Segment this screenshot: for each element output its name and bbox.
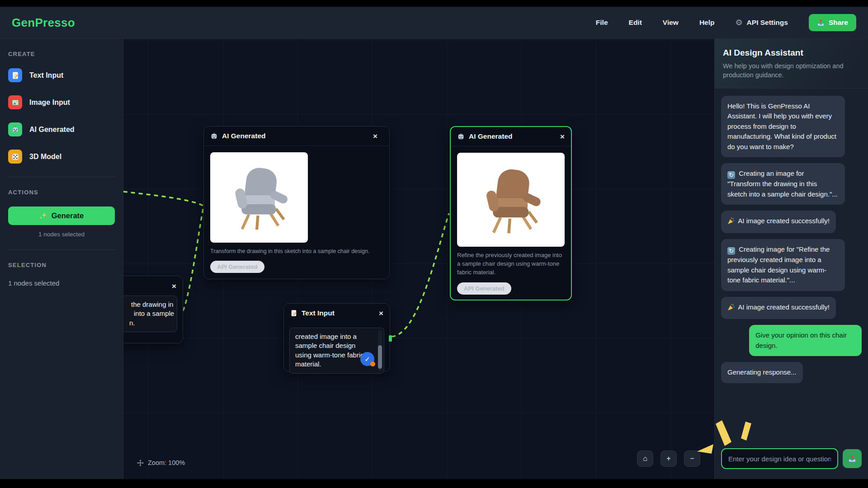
menu-view[interactable]: View [663,19,679,27]
assistant-title: AI Design Assistant [723,48,860,58]
api-generated-badge: API Generated [457,282,511,295]
move-icon [137,460,144,466]
node-ai-generated-2-selected[interactable]: AI Generated × [450,126,572,300]
scrollbar-thumb[interactable] [378,345,382,369]
assistant-subtitle: We help you with design optimization and… [723,61,860,80]
bot-message-generating: Generating response... [721,362,803,383]
close-icon[interactable]: × [379,310,383,317]
menu-help[interactable]: Help [699,19,715,27]
party-popper-icon [727,217,735,228]
framed-picture-icon [8,95,22,109]
api-settings-button[interactable]: ⚙ API Settings [735,19,788,27]
gear-icon: ⚙ [735,19,742,27]
text-input-area[interactable]: created image into a sample chair design… [289,328,384,374]
confirm-check-icon[interactable]: ✓ [360,352,374,366]
sidebar-divider [8,249,115,250]
output-handle[interactable] [389,335,392,342]
share-button[interactable]: Share [809,14,856,31]
dice-icon [8,150,22,164]
send-button[interactable] [843,449,862,468]
share-label: Share [829,19,848,27]
chat-input-row [715,444,868,479]
robot-icon [8,122,22,136]
bot-message: AI image created successfully! [721,297,836,319]
zoom-out-button[interactable]: − [684,450,700,467]
api-settings-label: API Settings [747,19,788,27]
check-icon: ✓ [364,355,370,363]
clipped-text-line: into a sample [123,309,171,318]
sidebar-item-text-input[interactable]: Text Input [8,68,115,82]
selection-section-title: SELECTION [8,262,115,268]
node-ai-generated-1[interactable]: AI Generated × T [203,126,390,279]
clipped-text-line: the drawing in [123,300,171,309]
zoom-level-label: Zoom: 100% [148,459,185,466]
chat-messages[interactable]: Hello! This is GenPresso AI Assistant. I… [715,89,868,444]
clipped-text-line: n. [123,319,171,328]
sparkles-icon [39,212,47,220]
app-window: GenPresso File Edit View Help ⚙ API Sett… [0,7,868,479]
minus-icon: − [690,455,694,463]
sidebar-item-label: AI Generated [29,126,75,134]
refresh-icon: ↻ [727,171,735,179]
generated-image-gray-chair [210,152,308,243]
api-generated-badge: API Generated [210,261,264,273]
generate-button[interactable]: Generate [8,206,115,225]
sidebar-item-label: 3D Model [29,153,61,161]
node-canvas[interactable]: × the drawing in into a sample n. [123,39,714,479]
party-popper-icon [727,304,735,314]
create-section-title: CREATE [8,51,115,57]
sidebar-item-image-input[interactable]: Image Input [8,95,115,109]
node-title: AI Generated [469,132,512,141]
robot-icon [457,133,465,141]
sidebar-item-3d-model[interactable]: 3D Model [8,150,115,164]
close-icon[interactable]: × [373,132,377,140]
bot-message: ↻ Creating an image for "Transform the d… [721,163,845,205]
notification-dot [370,361,375,366]
user-message: Give your opinion on this chair design. [749,325,862,356]
refresh-icon: ↻ [727,247,735,255]
sidebar-item-label: Text Input [29,71,63,80]
app-logo: GenPresso [12,16,75,30]
node-caption: Refine the previously created image into… [457,251,565,277]
plus-icon: + [666,455,670,463]
sidebar-item-label: Image Input [29,99,70,107]
assistant-header: AI Design Assistant We help you with des… [715,39,868,89]
sidebar-divider [8,177,115,177]
close-icon[interactable]: × [172,282,176,290]
close-icon[interactable]: × [560,133,565,141]
outbox-tray-icon [817,19,825,27]
bot-message: AI image created successfully! [721,211,836,233]
node-caption: Transform the drawing in this sketch int… [210,247,383,255]
robot-icon [210,132,218,140]
text-input-value: created image into a sample chair design… [295,333,364,368]
outbox-tray-icon [848,455,856,463]
scrollbar-track [378,330,382,371]
node-title: Text Input [302,309,335,317]
menu-file[interactable]: File [596,19,608,27]
node-text-input-partial[interactable]: × the drawing in into a sample n. [123,276,183,343]
ai-assistant-panel: AI Design Assistant We help you with des… [714,39,868,479]
generate-label: Generate [52,211,84,220]
top-menubar: GenPresso File Edit View Help ⚙ API Sett… [0,7,868,39]
node-title: AI Generated [222,132,265,140]
generated-image-brown-chair [457,153,565,247]
canvas-controls: ⌂ + − [637,450,700,467]
menu-edit[interactable]: Edit [629,19,642,27]
home-icon: ⌂ [643,455,647,463]
generate-status: 1 nodes selected [8,231,115,238]
sidebar-item-ai-generated[interactable]: AI Generated [8,122,115,136]
memo-icon [290,310,297,317]
selection-status: 1 nodes selected [8,279,115,287]
zoom-indicator: Zoom: 100% [137,459,185,466]
actions-section-title: ACTIONS [8,189,115,196]
chat-input[interactable] [721,448,838,469]
bot-message: ↻ Creating image for "Refine the previou… [721,239,845,291]
zoom-in-button[interactable]: + [660,450,677,467]
left-sidebar: CREATE Text Input [0,39,123,479]
memo-icon [8,68,22,82]
fit-view-button[interactable]: ⌂ [637,450,653,467]
node-text-input[interactable]: Text Input × created image into a sample… [283,303,390,372]
bot-message: Hello! This is GenPresso AI Assistant. I… [721,96,845,158]
